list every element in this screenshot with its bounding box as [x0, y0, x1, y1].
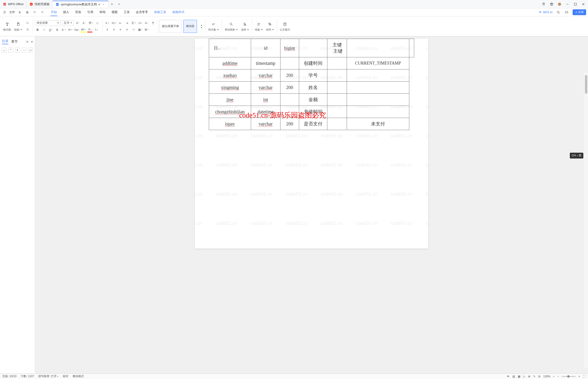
globe-icon[interactable]: ⊕ [528, 375, 530, 378]
format-painter-group[interactable]: 格式刷 [2, 17, 12, 35]
tab-table-tools[interactable]: 表格工具 [153, 9, 167, 16]
field-cell[interactable]: chongzhishijian [209, 106, 251, 118]
word-count[interactable]: 字数: 1107 [21, 374, 34, 378]
clear-format-icon[interactable]: ◇ [95, 20, 100, 26]
add-icon[interactable]: + [15, 47, 20, 53]
vertical-scrollbar[interactable] [584, 73, 588, 368]
edit-icon[interactable]: ✎ [533, 375, 536, 378]
len-cell[interactable] [280, 106, 299, 118]
copy-icon[interactable]: ⎘ [25, 27, 30, 32]
default-cell[interactable] [409, 39, 414, 57]
phonetic-icon[interactable]: 拼 [88, 20, 93, 26]
sort-icon[interactable]: A↓ [144, 20, 149, 26]
empty-cell[interactable] [327, 57, 347, 69]
cube-icon[interactable] [550, 2, 554, 6]
empty-cell[interactable] [327, 81, 347, 94]
desc-cell[interactable]: 金额 [299, 94, 327, 106]
increase-indent-icon[interactable]: ⇥ [124, 20, 130, 26]
desc-cell[interactable]: 姓名 [299, 81, 327, 94]
len-cell[interactable]: 200 [280, 81, 299, 94]
expand-icon[interactable]: ⌃ [8, 47, 13, 53]
cut-icon[interactable]: ✂ [25, 20, 30, 26]
highlight-icon[interactable]: ab [81, 27, 86, 32]
tab-table-style[interactable]: 表格样式 [172, 9, 185, 16]
decrease-font-icon[interactable]: A⁻ [82, 20, 87, 26]
field-cell[interactable]: xingming [209, 81, 251, 94]
italic-icon[interactable]: I [42, 27, 47, 32]
show-marks-icon[interactable]: ¶ [151, 20, 156, 26]
default-cell[interactable] [347, 69, 409, 81]
tab-docer[interactable]: D 找稻壳模板 [27, 1, 53, 8]
undo-icon[interactable]: ↶ [32, 10, 37, 15]
fullscreen-icon[interactable]: ⛶ [583, 375, 586, 378]
text-effect-icon[interactable]: A [94, 27, 99, 32]
page-indicator[interactable]: 页面: 10/10 [2, 374, 17, 378]
field-cell[interactable]: ispay [209, 118, 251, 130]
cloud-icon[interactable] [564, 10, 569, 15]
line-spacing-icon[interactable]: ↕≡ [137, 20, 143, 26]
db-schema-table[interactable]: 日⌄ id bigint 主键主键 addtime timestamp 创建时间… [209, 39, 414, 130]
remove-icon[interactable]: − [22, 47, 26, 53]
type-cell[interactable]: varchar [251, 81, 281, 94]
style-table-content[interactable]: 表内容 [184, 20, 197, 33]
superscript-icon[interactable]: X² [68, 27, 73, 32]
tab-review[interactable]: 审阅 [99, 9, 106, 16]
empty-cell[interactable] [327, 69, 347, 81]
tab-document[interactable]: W springbootnyvlx数据库文档 ◉ × [53, 1, 108, 8]
strike-icon[interactable]: S [55, 27, 60, 32]
fit-icon[interactable]: ⧉ [538, 375, 540, 378]
row-header-cell[interactable]: 日⌄ [209, 39, 251, 57]
align-right-icon[interactable]: ≡ [118, 27, 123, 32]
desc-cell[interactable]: 学号 [299, 69, 327, 81]
close-window-icon[interactable] [581, 2, 585, 6]
default-cell[interactable]: 未支付 [347, 118, 409, 130]
type-cell[interactable]: varchar [251, 69, 281, 81]
share-button[interactable]: ↗ 分享 [572, 9, 586, 15]
new-doc-icon[interactable]: 🗎 [17, 10, 22, 15]
type-cell[interactable]: bigint [280, 39, 299, 57]
empty-cell[interactable] [327, 118, 347, 130]
scroll-thumb[interactable] [585, 75, 587, 94]
eye-icon[interactable]: 👁 [507, 375, 510, 378]
zoom-in-icon[interactable]: + [578, 375, 580, 378]
default-cell[interactable]: CURRENT_TIMESTAMP [347, 57, 409, 69]
desc-cell[interactable]: 充值时间 [299, 106, 327, 118]
len-cell[interactable] [280, 57, 299, 69]
official-mode-button[interactable]: 公文模式 [278, 17, 291, 35]
ime-indicator[interactable]: CH ♪ 简 [570, 153, 583, 158]
default-cell[interactable] [347, 94, 409, 106]
style-default[interactable]: 默认段落字体 [160, 20, 182, 33]
align-left-icon[interactable]: ≡ [105, 27, 110, 32]
wps-ai-button[interactable]: WPS AI [538, 11, 553, 14]
tab-wps-home[interactable]: W WPS Office [0, 1, 27, 8]
increase-font-icon[interactable]: A⁺ [75, 20, 80, 26]
shading-icon[interactable]: ▦ [137, 27, 143, 32]
avatar-icon[interactable] [558, 2, 561, 6]
redo-icon[interactable]: ↷ [40, 10, 45, 15]
find-replace-button[interactable]: 查找替换 [223, 17, 239, 35]
new-tab-button[interactable]: + [108, 2, 115, 6]
bullets-icon[interactable]: ≡· [105, 20, 110, 26]
len-cell[interactable]: 200 [280, 69, 299, 81]
layout-button[interactable]: 排版 [253, 17, 264, 35]
panel-nav-icon[interactable]: > [26, 40, 28, 44]
tab-insert[interactable]: 插入 [63, 9, 69, 16]
align-center-icon[interactable]: ≡ [111, 27, 117, 32]
empty-cell[interactable] [327, 106, 347, 118]
minimize-icon[interactable] [566, 2, 569, 6]
maximize-icon[interactable] [573, 2, 577, 6]
font-size-selector[interactable]: 五号 [62, 20, 74, 26]
field-cell[interactable]: xuehao [209, 69, 251, 81]
emphasis-icon[interactable]: A· [61, 27, 66, 32]
tab-tools[interactable]: 工具 [123, 9, 130, 16]
desc-cell[interactable]: 主键主键 [327, 39, 347, 57]
view-outline-icon[interactable]: ▦ [518, 375, 520, 378]
len-cell[interactable]: 200 [280, 118, 299, 130]
decrease-indent-icon[interactable]: ⇤ [118, 20, 123, 26]
underline-icon[interactable]: U [48, 27, 53, 32]
desc-cell[interactable]: 是否支付 [299, 118, 327, 130]
arrange-button[interactable]: 排列 [265, 17, 275, 35]
numbering-icon[interactable]: ≡1 [111, 20, 117, 26]
type-cell[interactable]: int [251, 94, 281, 106]
proofread-status[interactable]: 校对 [63, 374, 68, 378]
